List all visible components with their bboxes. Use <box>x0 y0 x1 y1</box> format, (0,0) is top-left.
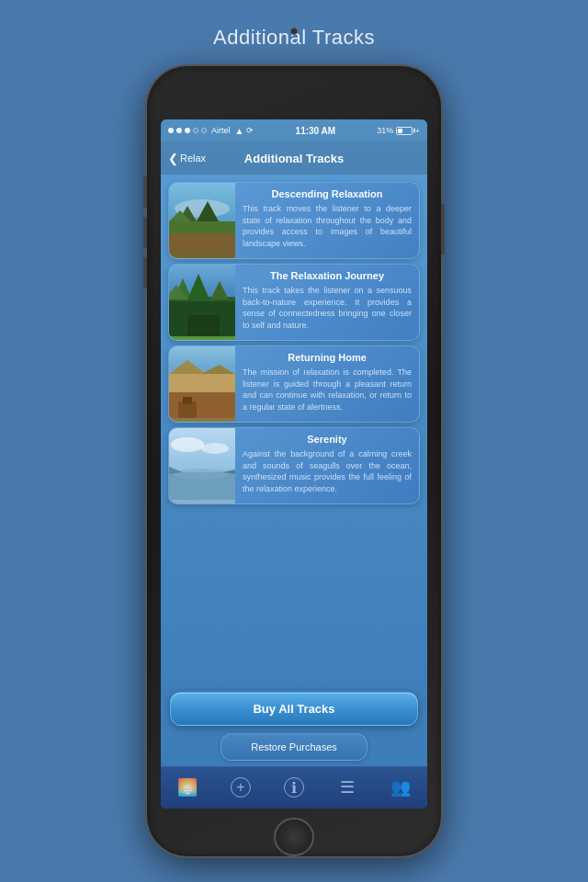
tab-list[interactable]: ☰ <box>321 777 374 797</box>
svg-rect-14 <box>187 315 220 336</box>
carrier-label: Airtel <box>211 126 231 135</box>
track-desc-2: This track takes the listener on a sensu… <box>243 285 412 331</box>
phone-shell: Airtel ▲ ⟳ 11:30 AM 31% + ❮ Relax Additi… <box>147 66 441 856</box>
tab-bar: 🌅 + ℹ ☰ 👥 <box>161 766 427 808</box>
svg-rect-6 <box>169 233 235 254</box>
track-name-3: Returning Home <box>243 352 412 363</box>
battery-plus: + <box>415 127 420 135</box>
track-info-3: Returning Home The mission of relaxation… <box>235 346 419 422</box>
svg-point-24 <box>201 443 229 454</box>
clock: 11:30 AM <box>296 126 336 136</box>
battery-fill <box>398 129 401 133</box>
tab-add[interactable]: + <box>214 777 267 797</box>
track-name-4: Serenity <box>243 434 412 445</box>
track-name-2: The Relaxation Journey <box>243 270 412 281</box>
tab-info[interactable]: ℹ <box>267 777 321 797</box>
track-desc-1: This track moves the listener to a deepe… <box>243 203 412 249</box>
track-thumb-4 <box>169 428 235 503</box>
camera <box>290 28 298 35</box>
nav-bar: ❮ Relax Additional Tracks <box>161 141 427 175</box>
track-thumb-2 <box>169 265 235 340</box>
battery-pct: 31% <box>377 126 393 135</box>
svg-rect-21 <box>183 397 192 404</box>
signal-3 <box>185 128 190 133</box>
social-icon: 👥 <box>390 777 411 797</box>
nav-title: Additional Tracks <box>244 152 344 165</box>
signal-4 <box>193 128 198 133</box>
buy-all-button[interactable]: Buy All Tracks <box>170 692 418 726</box>
main-content: Descending Relaxation This track moves t… <box>161 175 427 688</box>
track-thumb-3 <box>169 346 235 422</box>
wifi-icon: ▲ <box>235 126 244 136</box>
track-card-4[interactable]: Serenity Against the background of a cal… <box>168 427 420 504</box>
add-icon: + <box>231 777 251 797</box>
svg-point-26 <box>175 469 230 480</box>
home-button[interactable] <box>274 818 314 856</box>
phone-screen: Airtel ▲ ⟳ 11:30 AM 31% + ❮ Relax Additi… <box>161 119 427 808</box>
status-bar: Airtel ▲ ⟳ 11:30 AM 31% + <box>161 119 427 141</box>
refresh-icon: ⟳ <box>246 126 254 135</box>
track-info-2: The Relaxation Journey This track takes … <box>235 265 419 340</box>
signal-5 <box>201 128 207 133</box>
track-card-2[interactable]: The Relaxation Journey This track takes … <box>168 264 420 341</box>
track-thumb-1 <box>169 183 235 258</box>
buttons-area: Buy All Tracks Restore Purchases <box>161 688 427 766</box>
info-icon: ℹ <box>284 777 304 797</box>
home-icon: 🌅 <box>177 777 198 797</box>
track-info-4: Serenity Against the background of a cal… <box>235 428 419 503</box>
list-icon: ☰ <box>340 777 355 797</box>
track-desc-3: The mission of relaxation is completed. … <box>243 367 412 413</box>
track-name-1: Descending Relaxation <box>243 188 412 199</box>
back-button[interactable]: ❮ Relax <box>168 152 206 165</box>
status-right: 31% + <box>377 126 420 135</box>
track-info-1: Descending Relaxation This track moves t… <box>235 183 419 258</box>
back-label: Relax <box>180 153 206 164</box>
restore-button[interactable]: Restore Purchases <box>220 733 368 761</box>
track-card-3[interactable]: Returning Home The mission of relaxation… <box>168 345 420 423</box>
tab-home[interactable]: 🌅 <box>161 777 214 797</box>
signal-1 <box>168 128 174 133</box>
tab-social[interactable]: 👥 <box>374 777 427 797</box>
back-chevron-icon: ❮ <box>168 152 178 165</box>
battery-icon <box>396 127 413 135</box>
status-left: Airtel ▲ ⟳ <box>168 126 254 136</box>
signal-2 <box>176 128 182 133</box>
track-desc-4: Against the background of a calming cree… <box>243 448 412 494</box>
track-card-1[interactable]: Descending Relaxation This track moves t… <box>168 182 420 259</box>
svg-point-23 <box>171 437 204 452</box>
